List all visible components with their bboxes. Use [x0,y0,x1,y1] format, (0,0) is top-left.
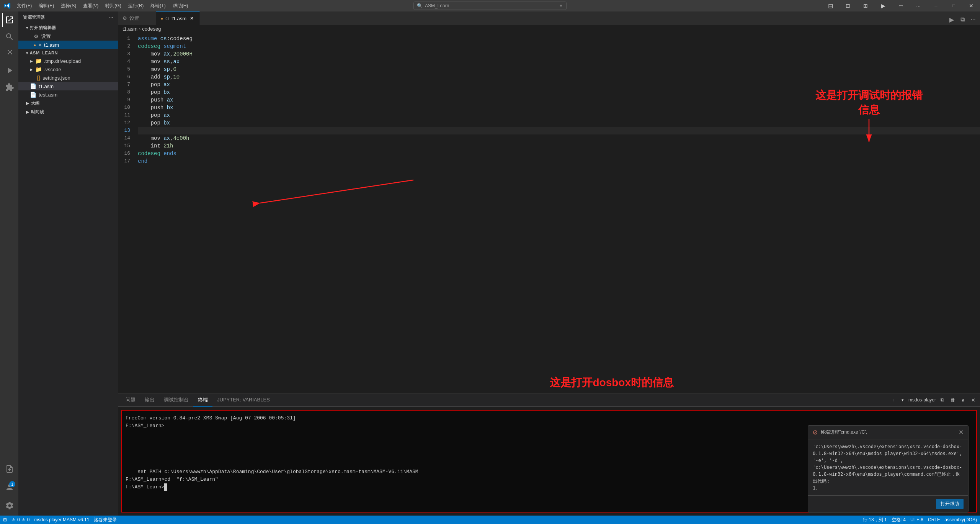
sidebar-item-tmp[interactable]: ▶ 📁 .tmp.driveupload [18,57,118,65]
chevron-icon: ▶ [26,110,29,114]
layout-button2[interactable]: ⊡ [839,0,857,11]
section-outline[interactable]: ▶ 大纲 [18,99,118,108]
layout-button[interactable]: ⊟ [822,0,839,11]
layout-button3[interactable]: ⊞ [857,0,874,11]
close-button[interactable]: ✕ [962,0,980,11]
panel-tab-debug[interactable]: 调试控制台 [159,393,193,407]
sidebar-item-testasm[interactable]: 📄 test.asm [18,90,118,99]
section-timeline[interactable]: ▶ 时间线 [18,108,118,116]
panel-tab-jupyter[interactable]: JUPYTER: VARIABLES [212,393,274,407]
status-line-col[interactable]: 行 13，列 1 [863,517,887,523]
activity-icon-search[interactable] [2,30,16,44]
menu-run[interactable]: 运行(R) [125,2,147,10]
status-eol[interactable]: CRLF [928,517,940,523]
sidebar-item-label: .tmp.driveupload [44,58,81,64]
menu-goto[interactable]: 转到(G) [102,2,124,10]
line-num-17: 17 [118,157,130,165]
asm-icon: 📄 [30,92,36,98]
panel-trash-icon[interactable]: 🗑 [949,396,957,404]
code-content[interactable]: assume cs:codeseg codeseg segment mov ax… [135,33,980,393]
breadcrumb: t1.asm › codeseg [118,25,980,33]
status-lang[interactable]: assembly(DOS) [944,517,977,523]
activity-icon-testing[interactable] [2,462,16,476]
maximize-button[interactable]: □ [945,0,962,11]
code-line-5: mov sp,0 [138,66,980,73]
panel-dropdown-icon[interactable]: ▾ [900,396,905,404]
status-remote[interactable]: ⊞ [3,517,7,522]
activity-icon-settings[interactable] [2,499,16,513]
sidebar-item-label: .vscode [44,67,61,72]
minimize-button[interactable]: ─ [927,0,945,11]
section-asm-learn[interactable]: ▾ ASM_LEARN [18,49,118,57]
sidebar-header: 资源管理器 ··· [18,11,118,23]
panel-chevron-up[interactable]: ∧ [960,396,967,404]
code-line-2: codeseg segment [138,43,980,50]
error-popup-close[interactable]: ✕ [959,429,964,436]
tab-close-icon[interactable]: ✕ [189,15,195,21]
split-editor-button[interactable]: ⧉ [957,14,968,25]
chevron-icon: ▶ [26,101,29,105]
tab-icon: ⚙ [122,15,127,21]
panel-add-icon[interactable]: + [891,396,897,404]
panel-split-icon[interactable]: ⧉ [939,395,946,404]
more-actions-button[interactable]: ··· [968,14,978,25]
menu-bar: 文件(F) 编辑(E) 选择(S) 查看(V) 转到(G) 运行(R) 终端(T… [14,2,191,10]
status-account[interactable]: 洛谷未登录 [94,517,117,523]
breadcrumb-section[interactable]: codeseg [142,26,161,32]
sidebar-item-vscode[interactable]: ▶ 📁 .vscode [18,65,118,74]
status-error-count: 0 [17,517,20,522]
sidebar-item-t1asm-open[interactable]: ● ✕ t1.asm [18,41,118,49]
chevron-icon: ▶ [30,67,33,72]
section-open-editors[interactable]: ▾ 打开的编辑器 [18,23,118,32]
search-bar[interactable]: 🔍 ASM_Learn ▼ [413,2,567,10]
code-line-10: push bx [138,104,980,111]
activity-icon-extensions[interactable] [2,80,16,94]
sidebar-item-label: test.asm [39,92,57,98]
open-help-button[interactable]: 打开帮助 [936,499,964,509]
line-num-16: 16 [118,150,130,157]
sidebar-item-label: settings.json [42,75,70,81]
error-line-1: 'c:\Users\wwwzh\.vscode\extensions\xsro.… [813,443,964,464]
sidebar-close-icon[interactable]: ✕ [38,43,42,47]
activity-icon-account[interactable]: 1 [2,480,16,494]
panel-toggle[interactable]: ▭ [892,0,910,11]
activity-icon-source-control[interactable] [2,47,16,61]
menu-view[interactable]: 查看(V) [80,2,101,10]
panel-terminal-name: msdos-player [908,397,936,403]
sidebar-more-icon[interactable]: ··· [109,15,113,20]
code-line-16: codeseg ends [138,150,980,157]
status-encoding[interactable]: UTF-8 [910,517,923,523]
error-popup-body: 'c:\Users\wwwzh\.vscode\extensions\xsro.… [808,439,968,495]
menu-select[interactable]: 选择(S) [58,2,79,10]
menu-help[interactable]: 帮助(H) [170,2,191,10]
status-msdos[interactable]: msdos player MASM-v6.11 [34,517,89,522]
tab-t1asm[interactable]: ● ⬡ t1.asm ✕ [156,11,200,25]
status-right: 行 13，列 1 空格: 4 UTF-8 CRLF assembly(DOS) [863,517,977,523]
terminal-line-1: FreeCom version 0.84-pre2 XMS_Swap [Aug … [126,414,972,422]
breadcrumb-file[interactable]: t1.asm [122,26,137,32]
line-num-3: 3 [118,50,130,58]
sidebar-item-label: t1.asm [44,42,59,48]
code-line-8: pop bx [138,88,980,96]
activity-icon-run[interactable] [2,64,16,77]
panel-tab-output[interactable]: 输出 [140,393,159,407]
sidebar-item-settings[interactable]: ⚙ 设置 [18,32,118,41]
status-errors[interactable]: ⚠ 0 ⚠ 0 [11,517,29,522]
modified-indicator: ● [34,43,36,47]
more-actions[interactable]: ··· [910,0,927,11]
code-line-6: add sp,10 [138,73,980,81]
sidebar-item-settings-json[interactable]: {} settings.json [18,74,118,82]
tab-settings[interactable]: ⚙ 设置 [118,11,156,25]
menu-file[interactable]: 文件(F) [14,2,35,10]
run-button[interactable]: ▶ [874,0,892,11]
panel-tab-problems[interactable]: 问题 [121,393,140,407]
run-action-button[interactable]: ▶ [946,14,957,25]
menu-edit[interactable]: 编辑(E) [36,2,57,10]
panel-tab-terminal[interactable]: 终端 [193,393,212,407]
sidebar-item-t1asm[interactable]: 📄 t1.asm [18,82,118,90]
status-indent[interactable]: 空格: 4 [892,517,906,523]
code-line-12: pop bx [138,119,980,127]
activity-icon-explorer[interactable] [2,13,16,27]
panel-close-icon[interactable]: ✕ [970,396,977,404]
menu-terminal[interactable]: 终端(T) [147,2,168,10]
